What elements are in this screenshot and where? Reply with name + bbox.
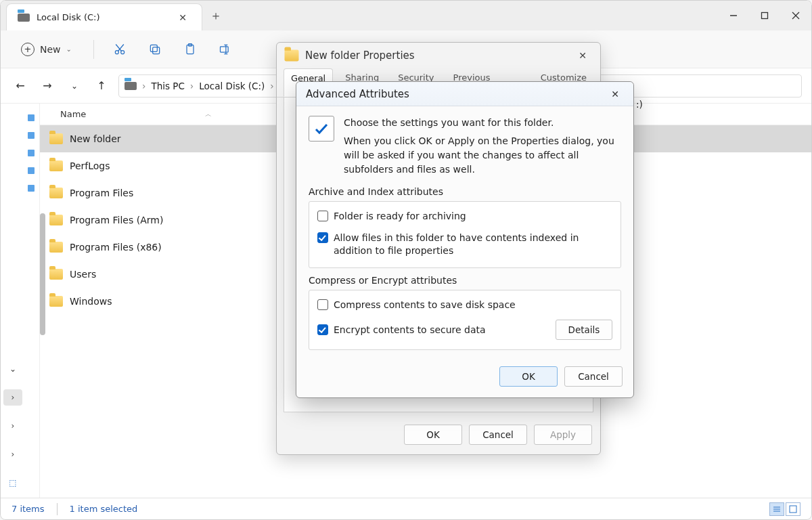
sidebar-chevron[interactable]: ⌄ xyxy=(3,361,22,377)
advanced-body: Choose the settings you want for this fo… xyxy=(296,106,633,361)
checkbox-compress[interactable]: Compress contents to save disk space xyxy=(317,299,612,312)
chevron-down-icon: ⌄ xyxy=(66,45,72,53)
svg-rect-1 xyxy=(762,13,768,19)
details-button[interactable]: Details xyxy=(556,320,612,340)
checkbox-box xyxy=(317,211,328,221)
svg-rect-9 xyxy=(150,45,157,51)
properties-cancel-button[interactable]: Cancel xyxy=(469,425,527,445)
properties-ok-button[interactable]: OK xyxy=(404,425,462,445)
sidebar-chevron[interactable]: › xyxy=(3,389,22,406)
checkbox-box xyxy=(317,299,328,310)
drive-icon xyxy=(125,82,137,90)
advanced-title: Advanced Attributes xyxy=(306,88,409,100)
checkbox-label: Encrypt contents to secure data xyxy=(334,324,486,337)
advanced-ok-button[interactable]: OK xyxy=(499,366,558,387)
tab-close-button[interactable]: ✕ xyxy=(175,9,191,26)
column-name-label: Name xyxy=(60,109,86,119)
breadcrumb-drive[interactable]: Local Disk (C:) xyxy=(199,81,265,91)
status-item-count: 7 items xyxy=(12,504,45,514)
folder-name: New folder xyxy=(70,133,121,144)
sidebar-item-peek[interactable] xyxy=(28,185,35,192)
folder-name: Program Files (Arm) xyxy=(70,215,163,225)
properties-apply-button[interactable]: Apply xyxy=(534,425,592,445)
folder-name: Users xyxy=(70,269,96,280)
advanced-cancel-button[interactable]: Cancel xyxy=(564,366,623,387)
recent-dropdown[interactable]: ⌄ xyxy=(64,76,85,96)
forward-button[interactable]: → xyxy=(37,76,58,96)
chevron-right-icon: › xyxy=(190,81,194,91)
tab-title: Local Disk (C:) xyxy=(37,12,99,22)
folder-name: Program Files xyxy=(70,188,133,198)
intro-line2: When you click OK or Apply on the Proper… xyxy=(344,134,621,177)
group-label-archive: Archive and Index attributes xyxy=(309,186,621,197)
breadcrumb-thispc[interactable]: This PC xyxy=(151,81,184,91)
checkbox-encrypt[interactable]: Encrypt contents to secure data xyxy=(317,324,486,337)
separator xyxy=(57,503,58,515)
advanced-intro: Choose the settings you want for this fo… xyxy=(309,116,621,177)
sidebar-chevron[interactable]: › xyxy=(3,446,22,462)
separator xyxy=(93,40,94,59)
details-view-button[interactable] xyxy=(769,502,784,516)
svg-rect-19 xyxy=(790,506,796,513)
sidebar-chevron[interactable]: ⬚ xyxy=(3,475,22,491)
checkbox-archive[interactable]: Folder is ready for archiving xyxy=(317,210,612,223)
checkbox-box xyxy=(317,232,328,243)
properties-buttons: OK Cancel Apply xyxy=(277,419,600,454)
view-toggles xyxy=(769,502,800,516)
advanced-buttons: OK Cancel xyxy=(296,361,633,397)
up-button[interactable]: ↑ xyxy=(91,76,112,96)
tab-local-disk[interactable]: Local Disk (C:) ✕ xyxy=(6,3,202,30)
paste-icon[interactable] xyxy=(178,37,202,62)
intro-line1: Choose the settings you want for this fo… xyxy=(344,116,621,130)
sidebar-chevron[interactable]: › xyxy=(3,418,22,434)
checkbox-label: Allow files in this folder to have conte… xyxy=(334,232,612,258)
checkmark-icon xyxy=(309,116,334,142)
folder-name: PerfLogs xyxy=(70,160,110,171)
titlebar: Local Disk (C:) ✕ ＋ xyxy=(1,1,811,30)
checkbox-label: Compress contents to save disk space xyxy=(334,299,516,312)
new-tab-button[interactable]: ＋ xyxy=(202,1,229,30)
new-button[interactable]: + New ⌄ xyxy=(13,39,80,60)
close-icon[interactable]: ✕ xyxy=(606,85,624,103)
group-label-compress: Compress or Encrypt attributes xyxy=(309,275,621,286)
breadcrumb-clipped: :) xyxy=(636,99,643,110)
group-archive: Folder is ready for archiving Allow file… xyxy=(309,201,621,268)
cut-icon[interactable] xyxy=(108,37,132,62)
copy-icon[interactable] xyxy=(143,37,167,62)
folder-icon xyxy=(49,160,63,171)
checkbox-label: Folder is ready for archiving xyxy=(334,210,466,223)
folder-name: Program Files (x86) xyxy=(70,242,162,253)
plus-circle-icon: + xyxy=(21,43,35,56)
sidebar-item-peek[interactable] xyxy=(28,114,35,121)
folder-icon xyxy=(49,133,63,144)
sidebar-item-peek[interactable] xyxy=(28,132,35,139)
rename-icon[interactable] xyxy=(213,37,238,62)
minimize-button[interactable] xyxy=(718,1,749,30)
thumbnails-view-button[interactable] xyxy=(786,502,800,516)
folder-name: Windows xyxy=(70,296,112,307)
sort-indicator-icon: ︿ xyxy=(205,110,212,119)
status-selection: 1 item selected xyxy=(70,504,138,514)
properties-title: New folder Properties xyxy=(305,49,415,62)
drive-icon xyxy=(18,14,30,22)
checkbox-index[interactable]: Allow files in this folder to have conte… xyxy=(317,232,612,258)
advanced-titlebar[interactable]: Advanced Attributes ✕ xyxy=(296,82,633,106)
folder-icon xyxy=(49,242,63,253)
sidebar-item-peek[interactable] xyxy=(28,150,35,156)
new-label: New xyxy=(40,44,61,55)
status-bar: 7 items 1 item selected xyxy=(1,498,811,519)
nav-pane: ⌄ › › › ⬚ xyxy=(1,104,40,498)
folder-icon xyxy=(49,215,63,225)
chevron-right-icon: › xyxy=(142,81,145,91)
close-icon[interactable]: ✕ xyxy=(573,46,592,65)
properties-titlebar[interactable]: New folder Properties ✕ xyxy=(277,43,600,68)
svg-rect-12 xyxy=(220,46,228,51)
advanced-attributes-dialog: Advanced Attributes ✕ Choose the setting… xyxy=(296,81,634,398)
close-button[interactable] xyxy=(780,1,811,30)
sidebar-item-peek[interactable] xyxy=(28,167,35,174)
column-name[interactable]: Name ︿ xyxy=(60,109,212,119)
checkbox-box xyxy=(317,324,328,335)
folder-icon xyxy=(49,269,63,280)
maximize-button[interactable] xyxy=(749,1,780,30)
back-button[interactable]: ← xyxy=(10,76,30,96)
